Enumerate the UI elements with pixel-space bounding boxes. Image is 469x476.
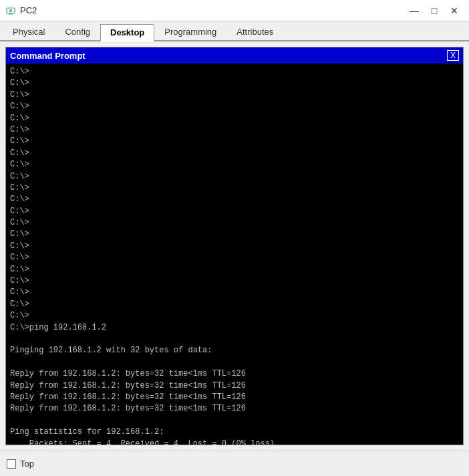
app-title: PC2: [20, 5, 37, 15]
title-bar-controls: — □ ✕: [405, 3, 464, 18]
cmd-title: Command Prompt: [10, 51, 86, 61]
tab-bar: Physical Config Desktop Programming Attr…: [0, 21, 469, 41]
cmd-body[interactable]: C:\> C:\> C:\> C:\> C:\> C:\> C:\> C:\> …: [6, 64, 463, 445]
top-checkbox[interactable]: [7, 459, 16, 469]
tab-programming[interactable]: Programming: [154, 23, 226, 40]
svg-rect-1: [9, 13, 13, 15]
top-label: Top: [20, 459, 34, 469]
tab-attributes[interactable]: Attributes: [226, 23, 283, 40]
tab-physical[interactable]: Physical: [3, 23, 55, 40]
maximize-button[interactable]: □: [425, 3, 444, 18]
cmd-close-button[interactable]: X: [447, 50, 459, 61]
main-content: Command Prompt X C:\> C:\> C:\> C:\> C:\…: [0, 41, 469, 451]
title-bar-left: PC2: [5, 5, 37, 16]
cmd-titlebar: Command Prompt X: [6, 47, 463, 64]
bottom-bar: Top: [0, 451, 469, 476]
title-bar: PC2 — □ ✕: [0, 0, 469, 21]
svg-point-2: [9, 9, 12, 12]
tab-desktop[interactable]: Desktop: [100, 24, 154, 41]
cmd-window: Command Prompt X C:\> C:\> C:\> C:\> C:\…: [5, 47, 464, 445]
tab-config[interactable]: Config: [55, 23, 100, 40]
minimize-button[interactable]: —: [405, 3, 424, 18]
close-button[interactable]: ✕: [445, 3, 464, 18]
app-icon: [5, 5, 16, 16]
